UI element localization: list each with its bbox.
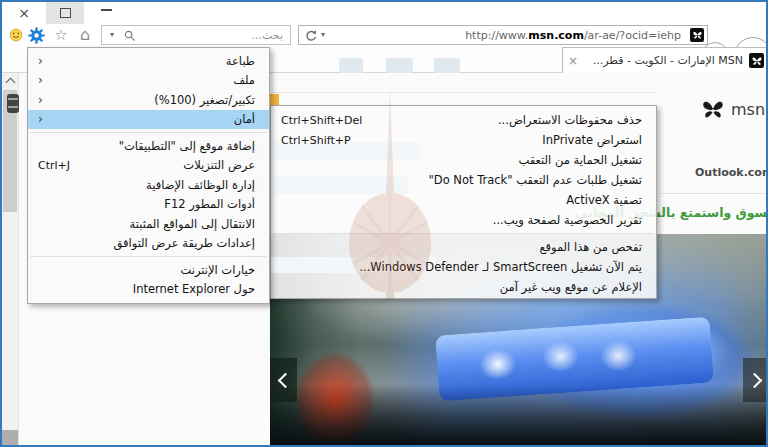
navigation-toolbar: ☆ ⌂ ▾ بحث... ▾ http://www.msn.com/ar-ae/…: [2, 24, 766, 47]
menu-item[interactable]: إعدادات طريقة عرض التوافق: [28, 234, 269, 254]
browser-window: ×: [0, 0, 768, 447]
menu-item[interactable]: طباعة‹: [28, 51, 269, 71]
submenu-arrow-icon: ‹: [38, 113, 50, 125]
star-icon: ☆: [54, 28, 67, 43]
menu-item[interactable]: تفحص من هذا الموقع: [271, 237, 656, 257]
window-maximize-button[interactable]: [46, 2, 84, 24]
submenu-arrow-icon: ‹: [38, 94, 50, 106]
menu-item[interactable]: ملف‹: [28, 71, 269, 91]
menu-item[interactable]: حذف محفوظات الاستعراض...Ctrl+Shift+Del: [271, 110, 656, 130]
menu-item-label: تقرير الخصوصية لصفحة ويب...: [281, 213, 642, 227]
menu-separator: [273, 233, 654, 234]
menu-item[interactable]: حول Internet Explorer: [28, 280, 269, 300]
menu-item[interactable]: تقرير الخصوصية لصفحة ويب...: [271, 210, 656, 230]
minimize-icon: [101, 9, 112, 11]
menu-item[interactable]: أدوات المطور F12: [28, 195, 269, 215]
tab-close-button[interactable]: ×: [568, 54, 578, 68]
menu-item-label: إعدادات طريقة عرض التوافق: [38, 236, 255, 250]
page-divider: [660, 193, 768, 194]
menu-item-shortcut: Ctrl+Shift+Del: [281, 114, 362, 127]
submenu-arrow-icon: ‹: [38, 55, 50, 67]
chevron-left-icon: [278, 372, 294, 388]
menu-item-label: تشغيل طلبات عدم التعقب "Do Not Track": [281, 173, 642, 187]
scrollbar-up-button[interactable]: [2, 73, 18, 89]
feedback-smiley-button[interactable]: [7, 26, 25, 44]
menu-item-label: إدارة الوظائف الإضافية: [38, 178, 255, 192]
menu-item[interactable]: يتم الآن تشغيل SmartScreen لـ Windows De…: [271, 257, 656, 277]
menu-item-label: يتم الآن تشغيل SmartScreen لـ Windows De…: [281, 260, 642, 274]
window-minimize-button[interactable]: [92, 2, 120, 24]
page-divider: [272, 92, 657, 93]
active-tab[interactable]: × MSN الإمارات - الكويت - قطر...: [562, 47, 768, 73]
msn-logo-text: msn: [731, 100, 765, 119]
menu-item-label: إضافة موقع إلى "التطبيقات": [38, 139, 255, 153]
menu-item-label: الإعلام عن موقع ويب غير آمن: [281, 280, 642, 294]
menu-item-label: حذف محفوظات الاستعراض...: [362, 113, 642, 127]
menu-item[interactable]: إدارة الوظائف الإضافية: [28, 175, 269, 195]
menu-item[interactable]: عرض التنزيلاتCtrl+J: [28, 156, 269, 176]
search-dropdown-caret-icon[interactable]: ▾: [110, 30, 114, 39]
menu-item-label: طباعة: [50, 54, 255, 68]
menu-item[interactable]: تكبير/تصغير (100%)‹: [28, 90, 269, 110]
menu-item-label: تكبير/تصغير (100%): [50, 93, 255, 107]
carousel-prev-button[interactable]: [270, 358, 297, 402]
tools-gear-button[interactable]: [27, 26, 45, 44]
menu-item-label: الانتقال إلى المواقع المثبتة: [38, 217, 255, 231]
tools-menu: طباعة‹ملف‹تكبير/تصغير (100%)‹أمان‹إضافة …: [27, 47, 270, 304]
menu-item-label: أدوات المطور F12: [38, 197, 255, 211]
menu-item-shortcut: Ctrl+J: [38, 159, 70, 172]
msn-butterfly-logo-icon: [700, 98, 726, 120]
search-icon: [124, 30, 136, 42]
home-button[interactable]: ⌂: [76, 26, 94, 44]
home-icon: ⌂: [80, 27, 90, 43]
menu-item-label: حول Internet Explorer: [38, 282, 255, 296]
menu-item[interactable]: الانتقال إلى المواقع المثبتة: [28, 214, 269, 234]
address-dropdown-caret-icon[interactable]: ▾: [321, 30, 325, 39]
menu-item-label: تصفية ActiveX: [281, 193, 642, 207]
menu-separator: [30, 256, 267, 257]
menu-item[interactable]: تشغيل الحماية من التعقب: [271, 150, 656, 170]
search-placeholder: بحث...: [252, 29, 283, 42]
menu-item[interactable]: استعراض InPrivateCtrl+Shift+P: [271, 130, 656, 150]
maximize-icon: [60, 8, 71, 18]
menu-item-label: أمان: [50, 112, 255, 126]
site-favicon: [690, 28, 704, 42]
tab-favicon: [749, 53, 764, 68]
menu-item-label: ملف: [50, 73, 255, 87]
smiley-icon: [8, 27, 24, 43]
tab-title: MSN الإمارات - الكويت - قطر...: [588, 54, 743, 67]
menu-item-label: استعراض InPrivate: [351, 133, 642, 147]
url-text: http://www.msn.com/ar-ae/?ocid=iehp: [465, 29, 681, 42]
carousel-next-button[interactable]: [743, 358, 768, 402]
msn-logo[interactable]: msn: [700, 98, 765, 120]
search-input[interactable]: ▾ بحث...: [101, 25, 291, 45]
faded-nav-pill: [339, 58, 363, 73]
msn-butterfly-icon: [692, 30, 703, 40]
menu-item[interactable]: إضافة موقع إلى "التطبيقات": [28, 136, 269, 156]
favorites-star-button[interactable]: ☆: [52, 26, 70, 44]
outlook-link[interactable]: Outlook.com O: [695, 164, 768, 180]
menu-item-shortcut: Ctrl+Shift+P: [281, 134, 351, 147]
menu-item[interactable]: تشغيل طلبات عدم التعقب "Do Not Track": [271, 170, 656, 190]
menu-item-label: تفحص من هذا الموقع: [281, 240, 642, 254]
menu-item[interactable]: الإعلام عن موقع ويب غير آمن: [271, 277, 656, 297]
menu-separator: [30, 132, 267, 133]
window-close-button[interactable]: ×: [10, 2, 38, 24]
title-bar: ×: [2, 2, 766, 24]
menu-item-label: تشغيل الحماية من التعقب: [281, 153, 642, 167]
address-bar[interactable]: ▾ http://www.msn.com/ar-ae/?ocid=iehp: [298, 25, 708, 45]
chevron-up-icon: [5, 78, 15, 88]
menu-item-label: عرض التنزيلات: [70, 158, 255, 172]
gear-icon: [28, 27, 45, 44]
menu-item[interactable]: خيارات الإنترنت: [28, 260, 269, 280]
chevron-right-icon: [747, 372, 763, 388]
menu-item[interactable]: تصفية ActiveX: [271, 190, 656, 210]
page-scrollbar[interactable]: [2, 73, 19, 447]
outlook-label: Outlook.com: [695, 166, 768, 179]
faded-nav-pill: [386, 58, 413, 73]
refresh-icon[interactable]: [304, 29, 317, 42]
faded-nav-pill: [434, 58, 460, 73]
small-page-thumbnail: [7, 94, 19, 113]
menu-item[interactable]: أمان‹: [28, 110, 269, 130]
scrollbar-bottom[interactable]: [2, 430, 18, 447]
